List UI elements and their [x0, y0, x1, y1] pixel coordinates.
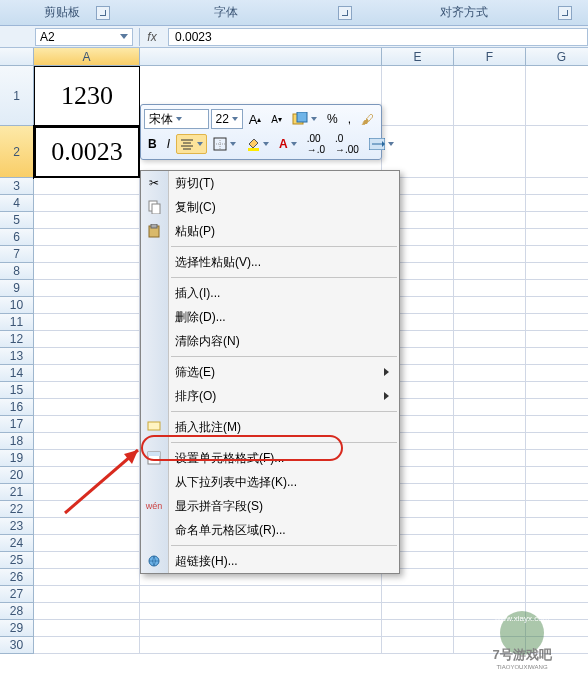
- cell-F16[interactable]: [454, 399, 526, 416]
- row-header-29[interactable]: 29: [0, 620, 34, 637]
- font-dialog-launcher[interactable]: [338, 6, 352, 20]
- row-header-28[interactable]: 28: [0, 603, 34, 620]
- comma-button[interactable]: ,: [344, 109, 355, 129]
- cell-F11[interactable]: [454, 314, 526, 331]
- column-header-A[interactable]: A: [34, 48, 140, 66]
- ctx-cut[interactable]: ✂剪切(T): [141, 171, 399, 195]
- row-header-22[interactable]: 22: [0, 501, 34, 518]
- cell-F28[interactable]: [454, 603, 526, 620]
- row-header-18[interactable]: 18: [0, 433, 34, 450]
- cell-G30[interactable]: [526, 637, 588, 654]
- cell-F23[interactable]: [454, 518, 526, 535]
- cell-G2[interactable]: [526, 126, 588, 178]
- cell-A15[interactable]: [34, 382, 140, 399]
- row-header-3[interactable]: 3: [0, 178, 34, 195]
- cell-A25[interactable]: [34, 552, 140, 569]
- row-header-4[interactable]: 4: [0, 195, 34, 212]
- row-header-23[interactable]: 23: [0, 518, 34, 535]
- cell-A14[interactable]: [34, 365, 140, 382]
- cell-A21[interactable]: [34, 484, 140, 501]
- cell-F9[interactable]: [454, 280, 526, 297]
- cell-A27[interactable]: [34, 586, 140, 603]
- row-header-21[interactable]: 21: [0, 484, 34, 501]
- ctx-delete[interactable]: 删除(D)...: [141, 305, 399, 329]
- cell-F10[interactable]: [454, 297, 526, 314]
- cell-G7[interactable]: [526, 246, 588, 263]
- ctx-copy[interactable]: 复制(C): [141, 195, 399, 219]
- fx-button[interactable]: fx: [140, 28, 164, 46]
- cell-F14[interactable]: [454, 365, 526, 382]
- cell-A16[interactable]: [34, 399, 140, 416]
- row-header-17[interactable]: 17: [0, 416, 34, 433]
- font-name-select[interactable]: 宋体: [144, 109, 209, 129]
- row-header-9[interactable]: 9: [0, 280, 34, 297]
- ctx-name-range[interactable]: 命名单元格区域(R)...: [141, 518, 399, 542]
- bold-button[interactable]: B: [144, 134, 161, 154]
- cell-A29[interactable]: [34, 620, 140, 637]
- italic-button[interactable]: I: [163, 134, 174, 154]
- cell-A17[interactable]: [34, 416, 140, 433]
- row-header-30[interactable]: 30: [0, 637, 34, 654]
- cell-A6[interactable]: [34, 229, 140, 246]
- cell-G17[interactable]: [526, 416, 588, 433]
- borders-button[interactable]: [209, 134, 240, 154]
- row-header-24[interactable]: 24: [0, 535, 34, 552]
- cell-A23[interactable]: [34, 518, 140, 535]
- row-header-12[interactable]: 12: [0, 331, 34, 348]
- cell-G24[interactable]: [526, 535, 588, 552]
- cell-G15[interactable]: [526, 382, 588, 399]
- ctx-paste-special[interactable]: 选择性粘贴(V)...: [141, 250, 399, 274]
- cell-G16[interactable]: [526, 399, 588, 416]
- cell-G4[interactable]: [526, 195, 588, 212]
- row-header-11[interactable]: 11: [0, 314, 34, 331]
- cell-A24[interactable]: [34, 535, 140, 552]
- cell-G11[interactable]: [526, 314, 588, 331]
- ctx-pick-list[interactable]: 从下拉列表中选择(K)...: [141, 470, 399, 494]
- row-header-20[interactable]: 20: [0, 467, 34, 484]
- cell-F18[interactable]: [454, 433, 526, 450]
- font-color-button[interactable]: A: [275, 134, 301, 154]
- formula-input[interactable]: 0.0023: [168, 28, 588, 46]
- cell-F13[interactable]: [454, 348, 526, 365]
- row-header-25[interactable]: 25: [0, 552, 34, 569]
- cell-F12[interactable]: [454, 331, 526, 348]
- cell-G22[interactable]: [526, 501, 588, 518]
- row-header-15[interactable]: 15: [0, 382, 34, 399]
- row-header-14[interactable]: 14: [0, 365, 34, 382]
- cell-A8[interactable]: [34, 263, 140, 280]
- column-header-G[interactable]: G: [526, 48, 588, 66]
- ctx-format-cells[interactable]: 设置单元格格式(F)...: [141, 446, 399, 470]
- row-header-7[interactable]: 7: [0, 246, 34, 263]
- ctx-insert[interactable]: 插入(I)...: [141, 281, 399, 305]
- cell-F2[interactable]: [454, 126, 526, 178]
- cell-A4[interactable]: [34, 195, 140, 212]
- cell-F15[interactable]: [454, 382, 526, 399]
- ctx-sort[interactable]: 排序(O): [141, 384, 399, 408]
- cell-A13[interactable]: [34, 348, 140, 365]
- row-header-10[interactable]: 10: [0, 297, 34, 314]
- cell-E1[interactable]: [382, 66, 454, 126]
- column-header-E[interactable]: E: [382, 48, 454, 66]
- fill-color-button[interactable]: [242, 134, 273, 154]
- ctx-filter[interactable]: 筛选(E): [141, 360, 399, 384]
- cell-F21[interactable]: [454, 484, 526, 501]
- cell-G28[interactable]: [526, 603, 588, 620]
- ctx-paste[interactable]: 粘贴(P): [141, 219, 399, 243]
- align-center-button[interactable]: [176, 134, 207, 154]
- cell-A19[interactable]: [34, 450, 140, 467]
- cell-A9[interactable]: [34, 280, 140, 297]
- cell-G29[interactable]: [526, 620, 588, 637]
- cell-F29[interactable]: [454, 620, 526, 637]
- cell-F5[interactable]: [454, 212, 526, 229]
- clipboard-dialog-launcher[interactable]: [96, 6, 110, 20]
- cell-G5[interactable]: [526, 212, 588, 229]
- cell-G6[interactable]: [526, 229, 588, 246]
- format-painter-button[interactable]: 🖌: [357, 109, 378, 129]
- cell-F6[interactable]: [454, 229, 526, 246]
- cell-F4[interactable]: [454, 195, 526, 212]
- grow-font-button[interactable]: A▴: [245, 109, 266, 129]
- cell-F30[interactable]: [454, 637, 526, 654]
- cell-G13[interactable]: [526, 348, 588, 365]
- cell-G18[interactable]: [526, 433, 588, 450]
- row-header-26[interactable]: 26: [0, 569, 34, 586]
